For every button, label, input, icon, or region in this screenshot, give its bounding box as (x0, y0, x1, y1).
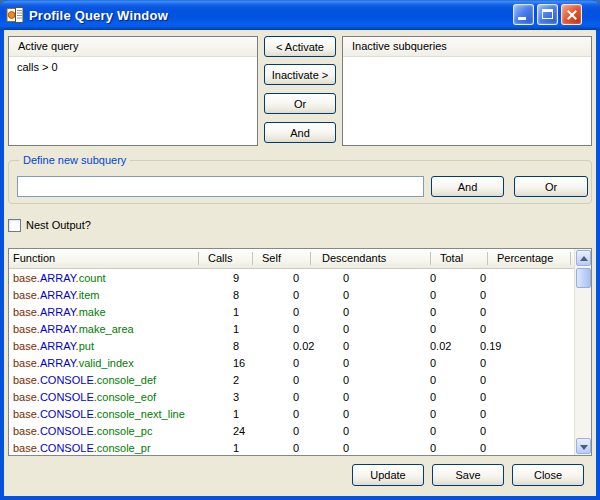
column-header-calls[interactable]: Calls (208, 249, 232, 268)
subquery-input[interactable] (17, 176, 424, 197)
class-name: ARRAY (40, 289, 76, 301)
table-scrollbar[interactable] (574, 249, 591, 455)
subquery-and-button[interactable]: And (431, 176, 504, 197)
nest-output-checkbox[interactable] (8, 219, 21, 232)
or-button[interactable]: Or (264, 93, 336, 114)
descendants-cell: 0 (343, 304, 349, 321)
function-cell: base.ARRAY.valid_index (13, 355, 134, 372)
active-query-list[interactable]: calls > 0 (9, 58, 257, 145)
scroll-thumb[interactable] (576, 268, 591, 288)
function-cell: base.CONSOLE.console_pr (13, 440, 151, 455)
table-row[interactable]: base.ARRAY.count90000 (9, 270, 574, 287)
self-cell: 0 (293, 406, 299, 423)
function-cell: base.CONSOLE.console_def (13, 372, 156, 389)
nest-output-label: Nest Output? (26, 219, 91, 231)
function-cell: base.CONSOLE.console_eof (13, 389, 156, 406)
active-query-panel[interactable]: Active query calls > 0 (8, 36, 258, 146)
descendants-cell: 0 (343, 372, 349, 389)
feature-name: console_next_line (97, 408, 185, 420)
calls-cell: 1 (233, 440, 239, 455)
title-bar[interactable]: Profile Query Window (0, 0, 600, 30)
column-header-descendants[interactable]: Descendants (322, 249, 386, 268)
inactivate-button[interactable]: Inactivate > (264, 64, 336, 85)
class-name: ARRAY (40, 323, 76, 335)
percentage-cell: 0 (480, 372, 486, 389)
column-header-total[interactable]: Total (440, 249, 463, 268)
column-header-percentage[interactable]: Percentage (497, 249, 553, 268)
total-cell: 0 (430, 440, 436, 455)
calls-cell: 3 (233, 389, 239, 406)
active-query-item[interactable]: calls > 0 (9, 58, 257, 73)
self-cell: 0 (293, 355, 299, 372)
function-cell: base.ARRAY.put (13, 338, 94, 355)
header-separator (310, 252, 311, 265)
percentage-cell: 0 (480, 423, 486, 440)
column-header-function[interactable]: Function (13, 249, 55, 268)
subquery-or-button[interactable]: Or (514, 176, 588, 197)
function-cell: base.ARRAY.count (13, 270, 106, 287)
descendants-cell: 0 (343, 423, 349, 440)
table-row[interactable]: base.CONSOLE.console_eof30000 (9, 389, 574, 406)
table-row[interactable]: base.ARRAY.make_area10000 (9, 321, 574, 338)
save-button[interactable]: Save (432, 464, 504, 486)
class-name: CONSOLE (40, 425, 94, 437)
table-row[interactable]: base.ARRAY.item80000 (9, 287, 574, 304)
close-dialog-button[interactable]: Close (512, 464, 584, 486)
total-cell: 0 (430, 389, 436, 406)
class-name: ARRAY (40, 272, 76, 284)
self-cell: 0 (293, 287, 299, 304)
scroll-down-button[interactable] (576, 438, 591, 454)
self-cell: 0 (293, 270, 299, 287)
percentage-cell: 0 (480, 287, 486, 304)
table-row[interactable]: base.CONSOLE.console_next_line10000 (9, 406, 574, 423)
class-name: ARRAY (40, 340, 76, 352)
percentage-cell: 0 (480, 304, 486, 321)
scroll-up-button[interactable] (576, 250, 591, 266)
and-button[interactable]: And (264, 122, 336, 143)
table-row[interactable]: base.CONSOLE.console_pc240000 (9, 423, 574, 440)
app-icon (6, 6, 24, 24)
table-row[interactable]: base.CONSOLE.console_pr10000 (9, 440, 574, 455)
total-cell: 0 (430, 355, 436, 372)
calls-cell: 2 (233, 372, 239, 389)
total-cell: 0 (430, 372, 436, 389)
feature-name: count (79, 272, 106, 284)
activate-button[interactable]: < Activate (264, 36, 336, 57)
table-row[interactable]: base.CONSOLE.console_def20000 (9, 372, 574, 389)
cluster-name: base (13, 272, 37, 284)
results-table: FunctionCallsSelfDescendantsTotalPercent… (8, 248, 592, 456)
cluster-name: base (13, 408, 37, 420)
inactive-subqueries-panel[interactable]: Inactive subqueries (342, 36, 592, 146)
inactive-subqueries-header: Inactive subqueries (343, 37, 591, 57)
cluster-name: base (13, 442, 37, 454)
total-cell: 0 (430, 406, 436, 423)
feature-name: console_eof (97, 391, 156, 403)
maximize-button[interactable] (537, 4, 558, 25)
total-cell: 0 (430, 321, 436, 338)
cluster-name: base (13, 323, 37, 335)
update-button[interactable]: Update (352, 464, 424, 486)
table-row[interactable]: base.ARRAY.make10000 (9, 304, 574, 321)
table-row[interactable]: base.ARRAY.valid_index160000 (9, 355, 574, 372)
cluster-name: base (13, 425, 37, 437)
inactive-subqueries-list[interactable] (343, 58, 591, 145)
class-name: CONSOLE (40, 442, 94, 454)
class-name: CONSOLE (40, 408, 94, 420)
close-button[interactable] (561, 4, 582, 25)
descendants-cell: 0 (343, 406, 349, 423)
window-title: Profile Query Window (29, 8, 168, 23)
minimize-icon (518, 17, 526, 20)
header-separator (487, 252, 488, 265)
percentage-cell: 0.19 (480, 338, 501, 355)
minimize-button[interactable] (513, 4, 534, 25)
table-row[interactable]: base.ARRAY.put80.0200.020.19 (9, 338, 574, 355)
self-cell: 0 (293, 389, 299, 406)
header-separator (252, 252, 253, 265)
column-header-self[interactable]: Self (262, 249, 281, 268)
percentage-cell: 0 (480, 321, 486, 338)
calls-cell: 8 (233, 338, 239, 355)
calls-cell: 1 (233, 304, 239, 321)
class-name: CONSOLE (40, 391, 94, 403)
total-cell: 0.02 (430, 338, 451, 355)
self-cell: 0 (293, 440, 299, 455)
